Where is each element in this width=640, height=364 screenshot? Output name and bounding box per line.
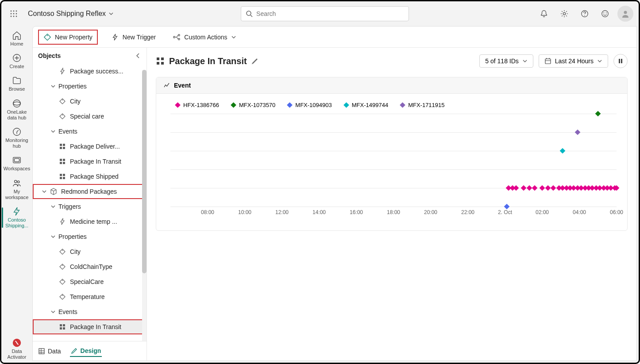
gridline xyxy=(170,114,617,114)
tree-item[interactable]: Special care xyxy=(33,109,147,124)
svg-point-6 xyxy=(11,16,12,17)
data-point[interactable] xyxy=(540,185,545,191)
rail-home[interactable]: Home xyxy=(4,28,30,50)
table-icon xyxy=(38,348,45,355)
bolt-icon xyxy=(58,67,66,75)
rail-active-item[interactable]: Contoso Shipping... xyxy=(4,204,30,231)
ids-filter-label: 5 of 118 IDs xyxy=(485,57,519,65)
tree-item[interactable]: Properties xyxy=(33,79,147,94)
topbar-right xyxy=(536,6,633,22)
rail-onelake-label: OneLake data hub xyxy=(4,109,29,121)
pause-button[interactable] xyxy=(613,54,628,68)
sidebar-scrollbar[interactable] xyxy=(142,70,147,341)
time-filter[interactable]: Last 24 Hours xyxy=(539,54,608,68)
data-point[interactable] xyxy=(526,185,532,191)
data-point[interactable] xyxy=(551,185,556,191)
tree-item-label: Properties xyxy=(58,233,87,240)
svg-line-10 xyxy=(251,15,252,17)
app-title-dropdown[interactable]: Contoso Shipping Reflex xyxy=(28,10,114,18)
svg-rect-40 xyxy=(63,162,65,164)
rail-workspaces-label: Workspaces xyxy=(4,166,30,172)
svg-point-28 xyxy=(173,36,175,38)
data-point[interactable] xyxy=(545,185,551,191)
tab-data[interactable]: Data xyxy=(37,346,62,356)
user-avatar[interactable] xyxy=(617,6,633,22)
tree-item[interactable]: City xyxy=(33,244,147,259)
settings-button[interactable] xyxy=(556,6,572,22)
svg-point-47 xyxy=(62,280,63,281)
tree-item[interactable]: Properties xyxy=(33,229,147,244)
help-button[interactable] xyxy=(577,6,593,22)
data-point[interactable] xyxy=(504,204,510,210)
tab-design-label: Design xyxy=(81,347,101,354)
new-property-button[interactable]: New Property xyxy=(38,30,98,45)
rail-myworkspace[interactable]: My workspace xyxy=(4,176,30,203)
rail-browse-label: Browse xyxy=(9,86,25,92)
rail-onelake[interactable]: OneLake data hub xyxy=(4,96,30,123)
data-point[interactable] xyxy=(521,185,527,191)
tree-item[interactable]: Triggers xyxy=(33,199,147,214)
rail-data-activator[interactable]: Data Activator xyxy=(4,335,30,363)
custom-actions-button[interactable]: Custom Actions xyxy=(169,31,239,44)
legend-item[interactable]: MFX-1499744 xyxy=(344,102,388,108)
search-box[interactable] xyxy=(241,6,409,21)
tree-item[interactable]: Events xyxy=(33,124,147,139)
edit-icon[interactable] xyxy=(251,57,258,65)
tree-item[interactable]: Package In Transit xyxy=(33,154,147,169)
x-tick: 02:00 xyxy=(536,209,549,215)
pause-icon xyxy=(617,58,624,64)
svg-rect-66 xyxy=(621,59,622,63)
tree-item[interactable]: Events xyxy=(33,304,147,319)
new-trigger-button[interactable]: New Trigger xyxy=(108,31,159,44)
tree-item[interactable]: ColdChainType xyxy=(33,259,147,274)
svg-point-45 xyxy=(62,250,63,251)
svg-rect-60 xyxy=(161,62,164,65)
chevron-down-icon xyxy=(50,308,57,315)
chart-plot xyxy=(170,114,617,207)
tree-item[interactable]: Package Shipped xyxy=(33,169,147,184)
rail-create-label: Create xyxy=(9,64,24,69)
data-point[interactable] xyxy=(513,185,519,191)
tree-item[interactable]: Package Deliver... xyxy=(33,139,147,154)
ids-filter[interactable]: 5 of 118 IDs xyxy=(479,54,533,68)
tree-item[interactable]: Medicine temp ... xyxy=(33,214,147,229)
legend-item[interactable]: MFX-1073570 xyxy=(231,102,275,108)
rail-create[interactable]: Create xyxy=(4,50,30,72)
data-point[interactable] xyxy=(532,185,538,191)
tree-item[interactable]: City xyxy=(33,94,147,109)
data-point[interactable] xyxy=(574,130,580,135)
chevron-down-icon xyxy=(50,128,57,135)
rail-workspaces[interactable]: Workspaces xyxy=(4,153,30,174)
legend-color-icon xyxy=(231,102,236,108)
legend-label: HFX-1386766 xyxy=(183,102,219,108)
tree-item-label: City xyxy=(70,98,81,105)
rail-data-activator-label: Data Activator xyxy=(4,349,29,360)
data-point[interactable] xyxy=(560,148,566,154)
feedback-button[interactable] xyxy=(597,6,613,22)
tag-icon xyxy=(58,278,66,286)
rail-browse[interactable]: Browse xyxy=(4,73,30,95)
tab-design[interactable]: Design xyxy=(70,345,102,357)
svg-rect-49 xyxy=(60,324,62,326)
svg-rect-41 xyxy=(60,174,62,176)
chart-card-title: Event xyxy=(174,82,191,89)
tree-item-label: Package In Transit xyxy=(70,158,121,165)
line-chart-icon xyxy=(163,82,170,89)
svg-point-11 xyxy=(563,12,565,15)
tree-item[interactable]: Redmond Packages xyxy=(33,184,147,199)
chevron-down-icon xyxy=(50,233,57,240)
legend-item[interactable]: MFX-1711915 xyxy=(401,102,444,108)
tree-item[interactable]: Package success... xyxy=(33,64,147,79)
tree-item[interactable]: Package In Transit xyxy=(33,319,147,334)
notifications-button[interactable] xyxy=(536,6,552,22)
tree-item[interactable]: SpecialCare xyxy=(33,274,147,289)
legend-label: MFX-1073570 xyxy=(239,102,275,108)
legend-item[interactable]: MFX-1094903 xyxy=(288,102,332,108)
app-launcher-icon[interactable] xyxy=(7,7,21,21)
calendar-icon xyxy=(544,57,551,65)
rail-monitoring[interactable]: Monitoring hub xyxy=(4,124,30,152)
search-input[interactable] xyxy=(256,10,404,17)
tree-item[interactable]: Temperature xyxy=(33,289,147,304)
legend-item[interactable]: HFX-1386766 xyxy=(176,102,219,108)
collapse-icon[interactable] xyxy=(135,53,141,59)
